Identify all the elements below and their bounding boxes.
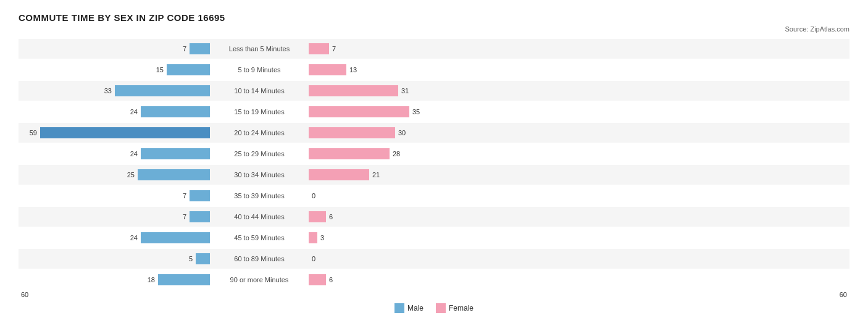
female-value: 3 — [320, 234, 333, 241]
legend-male: Male — [394, 303, 424, 313]
table-row: 735 to 39 Minutes0 — [19, 186, 849, 206]
male-value: 5 — [180, 255, 193, 262]
bar-left: 7 — [19, 43, 210, 54]
bar-right: 7 — [309, 43, 849, 54]
bar-right: 0 — [309, 253, 849, 264]
category-label: 20 to 24 Minutes — [210, 129, 309, 136]
female-bar — [309, 169, 369, 180]
female-bar — [309, 211, 326, 222]
female-value: 30 — [398, 129, 411, 136]
male-bar — [196, 253, 210, 264]
category-label: Less than 5 Minutes — [210, 45, 309, 52]
table-row: 3310 to 14 Minutes31 — [19, 81, 849, 101]
male-label: Male — [407, 304, 424, 313]
female-bar — [309, 232, 317, 243]
male-value: 25 — [122, 171, 135, 178]
male-bar — [141, 106, 210, 117]
bar-right: 28 — [309, 148, 849, 159]
category-label: 25 to 29 Minutes — [210, 150, 309, 157]
axis-right: 60 — [309, 291, 849, 298]
bar-right: 6 — [309, 211, 849, 222]
bar-left: 5 — [19, 253, 210, 264]
bar-left: 7 — [19, 211, 210, 222]
table-row: 2530 to 34 Minutes21 — [19, 165, 849, 185]
bar-right: 3 — [309, 232, 849, 243]
table-row: 5920 to 24 Minutes30 — [19, 123, 849, 143]
category-label: 30 to 34 Minutes — [210, 171, 309, 178]
bar-left: 18 — [19, 274, 210, 285]
male-value: 33 — [99, 87, 112, 94]
bar-left: 24 — [19, 232, 210, 243]
male-value: 24 — [125, 108, 138, 115]
male-bar — [40, 127, 210, 138]
bar-right: 21 — [309, 169, 849, 180]
male-bar — [141, 232, 210, 243]
chart-container: 7Less than 5 Minutes7155 to 9 Minutes133… — [19, 39, 849, 298]
category-label: 60 to 89 Minutes — [210, 255, 309, 262]
female-bar — [309, 64, 346, 75]
male-value: 15 — [151, 66, 164, 73]
male-value: 7 — [174, 192, 186, 199]
table-row: 740 to 44 Minutes6 — [19, 207, 849, 227]
female-value: 21 — [372, 171, 385, 178]
male-bar — [190, 211, 210, 222]
female-bar — [309, 127, 395, 138]
male-bar — [141, 148, 210, 159]
bar-left: 7 — [19, 190, 210, 201]
bar-left: 59 — [19, 127, 210, 138]
male-bar — [190, 190, 210, 201]
bar-left: 25 — [19, 169, 210, 180]
male-value: 59 — [25, 129, 37, 136]
bar-right: 13 — [309, 64, 849, 75]
male-bar — [167, 64, 210, 75]
table-row: 1890 or more Minutes6 — [19, 270, 849, 290]
female-value: 0 — [312, 192, 324, 199]
table-row: 155 to 9 Minutes13 — [19, 60, 849, 80]
female-bar — [309, 43, 329, 54]
female-value: 7 — [332, 45, 344, 52]
female-value: 28 — [393, 150, 405, 157]
table-row: 560 to 89 Minutes0 — [19, 249, 849, 269]
female-bar — [309, 106, 409, 117]
category-label: 45 to 59 Minutes — [210, 234, 309, 241]
category-label: 35 to 39 Minutes — [210, 192, 309, 199]
category-label: 90 or more Minutes — [210, 276, 309, 283]
male-value: 24 — [125, 150, 138, 157]
bar-left: 15 — [19, 64, 210, 75]
female-bar — [309, 85, 398, 96]
male-bar — [138, 169, 210, 180]
male-value: 7 — [174, 45, 186, 52]
female-value: 35 — [412, 108, 425, 115]
male-bar — [190, 43, 210, 54]
bar-right: 31 — [309, 85, 849, 96]
female-bar — [309, 148, 390, 159]
category-label: 40 to 44 Minutes — [210, 213, 309, 220]
category-label: 15 to 19 Minutes — [210, 108, 309, 115]
bar-right: 35 — [309, 106, 849, 117]
table-row: 2415 to 19 Minutes35 — [19, 102, 849, 122]
bar-right: 30 — [309, 127, 849, 138]
legend: Male Female — [19, 303, 849, 313]
male-bar — [115, 85, 210, 96]
male-value: 24 — [125, 234, 138, 241]
source-label: Source: ZipAtlas.com — [19, 25, 849, 33]
female-value: 6 — [329, 213, 341, 220]
table-row: 7Less than 5 Minutes7 — [19, 39, 849, 59]
legend-female: Female — [436, 303, 474, 313]
category-label: 10 to 14 Minutes — [210, 87, 309, 94]
male-bar — [158, 274, 210, 285]
female-bar — [309, 274, 326, 285]
female-value: 0 — [312, 255, 324, 262]
bar-right: 6 — [309, 274, 849, 285]
table-row: 2445 to 59 Minutes3 — [19, 228, 849, 248]
bar-left: 24 — [19, 148, 210, 159]
male-value: 7 — [174, 213, 186, 220]
female-label: Female — [449, 304, 474, 313]
male-value: 18 — [143, 276, 155, 283]
bar-left: 33 — [19, 85, 210, 96]
bar-left: 24 — [19, 106, 210, 117]
female-value: 31 — [401, 87, 414, 94]
bar-right: 0 — [309, 190, 849, 201]
axis-left: 60 — [19, 291, 210, 298]
axis-row: 60 60 — [19, 291, 849, 298]
